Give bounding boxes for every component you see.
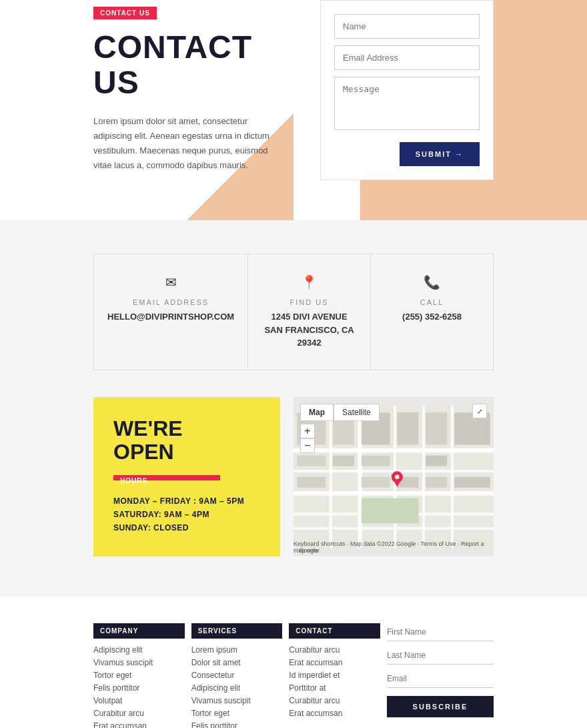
subscribe-button[interactable]: SUBSCRIBE <box>387 696 494 717</box>
footer-contact-list: Curabitur arcu Erat accumsan Id imperdie… <box>289 645 380 718</box>
svg-rect-19 <box>362 455 390 466</box>
footer-services-item[interactable]: Adipiscing elit <box>191 683 283 693</box>
footer-services-item[interactable]: Tortor eget <box>191 709 283 718</box>
svg-rect-18 <box>333 455 354 466</box>
map-zoom-out[interactable]: − <box>300 438 315 453</box>
svg-rect-20 <box>426 455 447 466</box>
footer-contact-item[interactable]: Curabitur arcu <box>289 696 380 705</box>
footer-company-item[interactable]: Erat accumsan <box>93 721 185 728</box>
footer-grid: COMPANY Adipiscing elit Vivamus suscipit… <box>93 623 494 728</box>
map-controls: Map Satellite <box>300 404 380 421</box>
svg-rect-9 <box>422 405 425 548</box>
address-label: FIND US <box>261 298 357 306</box>
footer-col-company: COMPANY Adipiscing elit Vivamus suscipit… <box>93 623 185 728</box>
svg-rect-25 <box>454 476 490 487</box>
address-value: 1245 DIVI AVENUESAN FRANCISCO, CA 29342 <box>261 310 357 350</box>
svg-rect-14 <box>397 412 418 444</box>
svg-rect-17 <box>297 455 326 466</box>
contact-info-section: ✉ EMAIL ADDRESS HELLO@DIVIPRINTSHOP.COM … <box>0 240 587 384</box>
submit-button[interactable]: SUBMIT → <box>400 142 480 166</box>
page-title: CONTACT US <box>93 30 294 101</box>
hero-inner: CONTACT US CONTACT US Lorem ipsum dolor … <box>0 0 587 180</box>
svg-point-29 <box>395 474 399 478</box>
footer-services-header: SERVICES <box>191 623 283 639</box>
map-tab-map[interactable]: Map <box>300 404 334 421</box>
contact-address-item: 📍 FIND US 1245 DIVI AVENUESAN FRANCISCO,… <box>248 254 371 370</box>
svg-rect-21 <box>297 476 326 487</box>
message-input[interactable] <box>334 77 480 130</box>
footer-contact-item[interactable]: Erat accumsan <box>289 658 380 667</box>
email-input[interactable] <box>334 45 480 70</box>
map-tab-satellite[interactable]: Satellite <box>334 404 380 421</box>
phone-label: CALL <box>384 298 480 306</box>
footer-contact-header: CONTACT <box>289 623 380 639</box>
hours-badge: HOURS <box>113 475 220 480</box>
svg-rect-10 <box>451 405 454 548</box>
contact-email-item: ✉ EMAIL ADDRESS HELLO@DIVIPRINTSHOP.COM <box>94 254 248 370</box>
phone-icon: 📞 <box>384 274 480 290</box>
footer-newsletter: SUBSCRIBE <box>387 623 494 728</box>
email-label: EMAIL ADDRESS <box>107 298 234 306</box>
footer-contact-item[interactable]: Porttitor at <box>289 683 380 693</box>
page-wrapper: CONTACT US CONTACT US Lorem ipsum dolor … <box>0 0 587 728</box>
map-placeholder: Map Satellite + − ⤢ Google Keyboard shor… <box>294 397 494 557</box>
location-icon: 📍 <box>261 274 357 290</box>
map-zoom-controls: + − <box>300 424 315 453</box>
map-terms: Keyboard shortcuts · Map data ©2022 Goog… <box>294 540 488 554</box>
footer-company-item[interactable]: Adipiscing elit <box>93 645 185 655</box>
hours-item-sunday: SUNDAY: CLOSED <box>113 523 260 532</box>
footer-col-services: SERVICES Lorem ipsum Dolor sit amet Cons… <box>191 623 283 728</box>
footer-company-item[interactable]: Curabitur arcu <box>93 709 185 718</box>
hero-left: CONTACT US CONTACT US Lorem ipsum dolor … <box>93 0 294 173</box>
svg-rect-24 <box>426 476 447 487</box>
name-input[interactable] <box>334 14 480 39</box>
svg-rect-6 <box>330 405 332 548</box>
newsletter-lastname[interactable] <box>387 647 494 665</box>
contact-us-badge: CONTACT US <box>93 7 157 19</box>
hours-map-section: WE'REOPEN HOURS MONDAY – FRIDAY : 9AM – … <box>0 384 587 583</box>
footer-company-item[interactable]: Tortor eget <box>93 671 185 680</box>
footer-services-item[interactable]: Dolor sit amet <box>191 658 283 667</box>
svg-rect-22 <box>362 476 390 487</box>
map-expand-button[interactable]: ⤢ <box>472 404 487 418</box>
footer-services-item[interactable]: Lorem ipsum <box>191 645 283 655</box>
hours-title: WE'REOPEN <box>113 417 260 464</box>
hours-item-saturday: SATURDAY: 9AM – 4PM <box>113 510 260 519</box>
phone-value: (255) 352-6258 <box>384 310 480 324</box>
footer-contact-item[interactable]: Erat accumsan <box>289 709 380 718</box>
newsletter-email[interactable] <box>387 670 494 688</box>
email-value: HELLO@DIVIPRINTSHOP.COM <box>107 310 234 324</box>
newsletter-firstname[interactable] <box>387 623 494 641</box>
contact-phone-item: 📞 CALL (255) 352-6258 <box>371 254 493 370</box>
svg-rect-15 <box>426 412 447 444</box>
footer-company-header: COMPANY <box>93 623 185 639</box>
footer-services-item[interactable]: Felis porttitor <box>191 721 283 728</box>
map-box[interactable]: Map Satellite + − ⤢ Google Keyboard shor… <box>294 397 494 557</box>
footer-services-list: Lorem ipsum Dolor sit amet Consectetur A… <box>191 645 283 728</box>
footer-contact-item[interactable]: Id imperdiet et <box>289 671 380 680</box>
hero-description: Lorem ipsum dolor sit amet, consectetur … <box>93 114 280 173</box>
svg-rect-26 <box>362 498 419 523</box>
footer-company-item[interactable]: Volutpat <box>93 696 185 705</box>
email-icon: ✉ <box>107 274 234 290</box>
footer-section: COMPANY Adipiscing elit Vivamus suscipit… <box>0 597 587 728</box>
hours-box: WE'REOPEN HOURS MONDAY – FRIDAY : 9AM – … <box>93 397 280 557</box>
hours-list: MONDAY – FRIDAY : 9AM – 5PM SATURDAY: 9A… <box>113 496 260 532</box>
footer-contact-item[interactable]: Curabitur arcu <box>289 645 380 655</box>
footer-services-item[interactable]: Consectetur <box>191 671 283 680</box>
hero-section: CONTACT US CONTACT US Lorem ipsum dolor … <box>0 0 587 220</box>
footer-services-item[interactable]: Vivamus suscipit <box>191 696 283 705</box>
footer-company-list: Adipiscing elit Vivamus suscipit Tortor … <box>93 645 185 728</box>
map-zoom-in[interactable]: + <box>300 424 315 438</box>
contact-info-grid: ✉ EMAIL ADDRESS HELLO@DIVIPRINTSHOP.COM … <box>93 254 494 370</box>
footer-company-item[interactable]: Vivamus suscipit <box>93 658 185 667</box>
contact-form: SUBMIT → <box>320 0 494 180</box>
footer-col-contact: CONTACT Curabitur arcu Erat accumsan Id … <box>289 623 380 728</box>
footer-company-item[interactable]: Felis porttitor <box>93 683 185 693</box>
hours-item-weekday: MONDAY – FRIDAY : 9AM – 5PM <box>113 496 260 506</box>
